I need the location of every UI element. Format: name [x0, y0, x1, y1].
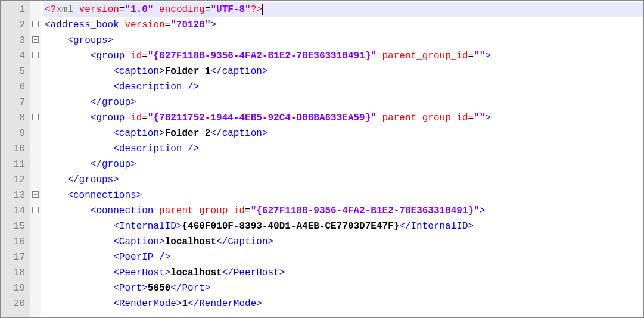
code-line[interactable]: <group id="{7B211752-1944-4EB5-92C4-D0BB…: [43, 110, 643, 126]
line-number: 20: [3, 296, 25, 311]
fold-slot[interactable]: [30, 155, 41, 171]
code-line[interactable]: <caption>Folder 1</caption>: [43, 64, 643, 79]
line-number: 3: [3, 33, 25, 48]
code-line[interactable]: </group>: [43, 95, 643, 110]
fold-toggle-icon[interactable]: [32, 36, 39, 43]
fold-slot[interactable]: [30, 233, 41, 248]
line-number: 4: [3, 48, 25, 64]
fold-slot[interactable]: [30, 140, 41, 155]
code-line[interactable]: <connections>: [43, 188, 643, 203]
line-number: 11: [3, 157, 25, 172]
fold-toggle-icon[interactable]: [32, 52, 39, 58]
fold-toggle-icon[interactable]: [32, 207, 39, 213]
fold-slot[interactable]: [30, 47, 41, 63]
code-line[interactable]: <Port>5650</Port>: [43, 280, 643, 296]
line-number: 19: [3, 280, 25, 296]
code-line[interactable]: <RenderMode>1</RenderMode>: [43, 296, 643, 311]
line-number: 7: [3, 95, 25, 110]
code-line[interactable]: <InternalID>{460F010F-8393-40D1-A4EB-CE7…: [43, 219, 643, 234]
fold-slot[interactable]: [30, 264, 41, 279]
code-line[interactable]: <group id="{627F118B-9356-4FA2-B1E2-78E3…: [43, 48, 643, 64]
fold-slot[interactable]: [30, 186, 41, 202]
fold-toggle-icon[interactable]: [32, 191, 39, 198]
code-line[interactable]: <address_book version="70120">: [43, 17, 643, 33]
fold-toggle-icon[interactable]: [32, 21, 39, 27]
fold-slot[interactable]: [30, 1, 41, 16]
line-number: 13: [3, 188, 25, 203]
fold-toggle-icon[interactable]: [32, 114, 39, 120]
line-number: 9: [3, 126, 25, 141]
line-number: 8: [3, 110, 25, 126]
fold-slot[interactable]: [30, 202, 41, 217]
code-line[interactable]: <groups>: [43, 33, 643, 48]
fold-slot[interactable]: [30, 171, 41, 186]
fold-slot[interactable]: [30, 248, 41, 264]
fold-slot[interactable]: [30, 295, 41, 310]
code-line[interactable]: <description />: [43, 79, 643, 95]
code-area[interactable]: <?xml version="1.0" encoding="UTF-8"?><a…: [41, 1, 643, 317]
line-number-gutter: 1234567891011121314151617181920: [1, 1, 30, 317]
code-line[interactable]: <Caption>localhost</Caption>: [43, 234, 643, 250]
line-number: 14: [3, 203, 25, 219]
code-line[interactable]: <?xml version="1.0" encoding="UTF-8"?>: [43, 2, 643, 17]
line-number: 6: [3, 79, 25, 95]
code-line[interactable]: <connection parent_group_id="{627F118B-9…: [43, 203, 643, 219]
fold-slot[interactable]: [30, 63, 41, 78]
fold-slot[interactable]: [30, 78, 41, 93]
code-line[interactable]: <description />: [43, 141, 643, 157]
line-number: 1: [3, 2, 25, 17]
line-number: 16: [3, 234, 25, 250]
fold-slot[interactable]: [30, 109, 41, 124]
code-line[interactable]: <PeerIP />: [43, 250, 643, 265]
line-number: 2: [3, 17, 25, 33]
code-editor[interactable]: 1234567891011121314151617181920 <?xml ve…: [0, 0, 644, 318]
fold-slot[interactable]: [30, 217, 41, 233]
line-number: 5: [3, 64, 25, 79]
code-line[interactable]: </group>: [43, 157, 643, 172]
line-number: 15: [3, 219, 25, 234]
code-line[interactable]: <PeerHost>localhost</PeerHost>: [43, 265, 643, 280]
fold-slot[interactable]: [30, 93, 41, 109]
line-number: 10: [3, 141, 25, 157]
fold-margin[interactable]: [30, 1, 41, 317]
fold-slot[interactable]: [30, 32, 41, 47]
code-line[interactable]: </groups>: [43, 172, 643, 188]
line-number: 18: [3, 265, 25, 280]
fold-slot[interactable]: [30, 124, 41, 140]
fold-slot[interactable]: [30, 279, 41, 295]
fold-slot[interactable]: [30, 16, 41, 32]
line-number: 17: [3, 250, 25, 265]
code-line[interactable]: <caption>Folder 2</caption>: [43, 126, 643, 141]
line-number: 12: [3, 172, 25, 188]
